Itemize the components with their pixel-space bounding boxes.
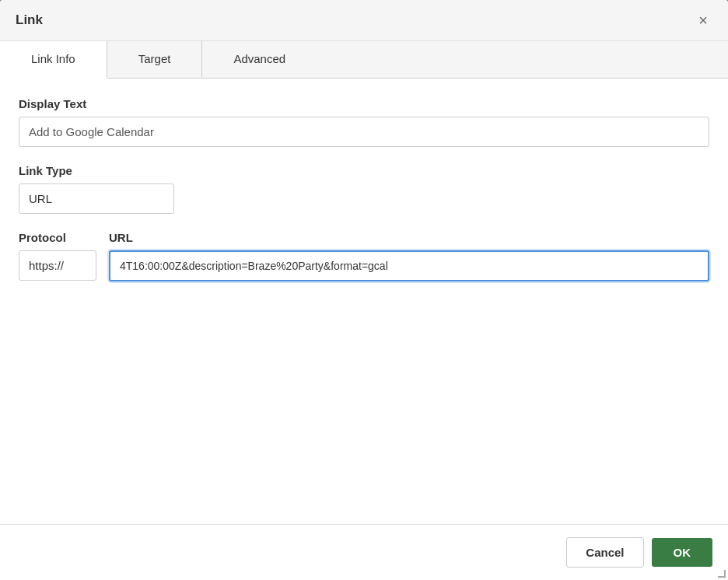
link-type-label: Link Type bbox=[19, 164, 709, 177]
dialog-footer: Cancel OK bbox=[0, 524, 728, 580]
protocol-group: Protocol bbox=[19, 231, 96, 281]
display-text-input[interactable] bbox=[19, 117, 709, 147]
protocol-label: Protocol bbox=[19, 231, 96, 244]
display-text-group: Display Text bbox=[19, 97, 709, 147]
dialog-header: Link × bbox=[0, 0, 728, 41]
dialog-title: Link bbox=[16, 12, 43, 28]
url-input[interactable] bbox=[109, 250, 709, 281]
dialog-overlay: Link × Link Info Target Advanced Display… bbox=[0, 0, 728, 580]
tab-link-info-label: Link Info bbox=[31, 52, 75, 65]
tab-advanced[interactable]: Advanced bbox=[202, 41, 317, 78]
link-type-group: Link Type bbox=[19, 164, 709, 214]
link-dialog: Link × Link Info Target Advanced Display… bbox=[0, 0, 728, 580]
link-type-input[interactable] bbox=[19, 183, 174, 214]
cancel-button[interactable]: Cancel bbox=[566, 537, 643, 568]
url-label: URL bbox=[109, 231, 709, 244]
display-text-label: Display Text bbox=[19, 97, 709, 110]
tab-link-info[interactable]: Link Info bbox=[0, 41, 107, 79]
resize-handle[interactable] bbox=[716, 568, 728, 580]
protocol-url-row: Protocol URL bbox=[19, 231, 709, 281]
tab-target-label: Target bbox=[138, 52, 171, 65]
ok-button[interactable]: OK bbox=[652, 538, 713, 567]
tab-advanced-label: Advanced bbox=[233, 52, 285, 65]
protocol-input[interactable] bbox=[19, 250, 96, 281]
tab-target[interactable]: Target bbox=[107, 41, 203, 78]
tabs-container: Link Info Target Advanced bbox=[0, 41, 728, 79]
close-button[interactable]: × bbox=[694, 11, 712, 30]
dialog-body: Display Text Link Type Protocol URL bbox=[0, 79, 728, 524]
url-group: URL bbox=[109, 231, 709, 281]
